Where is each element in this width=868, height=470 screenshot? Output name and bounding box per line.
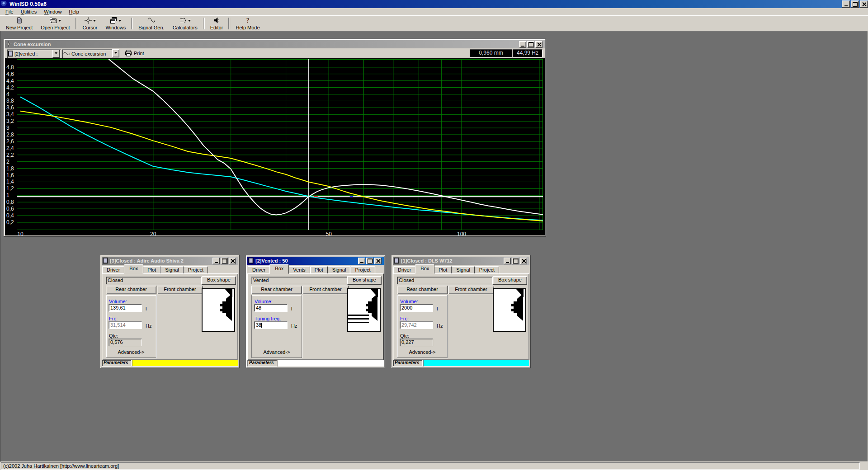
project-title-bar[interactable]: [1]Closed : DLS W712 <box>393 257 529 265</box>
advanced-button[interactable]: Advanced-> <box>106 349 156 355</box>
tab-project[interactable]: Project <box>184 266 208 274</box>
y-tick-label: 0,4 <box>6 212 17 219</box>
field-input-tuning-freq[interactable]: 38 <box>254 321 288 329</box>
project-selector-dropdown[interactable] <box>52 50 60 58</box>
close-icon <box>537 42 541 46</box>
toolbar-button-signal-gen[interactable]: Signal Gen. <box>134 16 168 31</box>
parameter-group: Volume:139,61lFrc:31,514HzQtc:0,576Advan… <box>106 295 156 358</box>
front-chamber-button[interactable]: Front chamber <box>157 286 203 294</box>
menu-help[interactable]: Help <box>65 9 83 15</box>
toolbar-button-help-mode[interactable]: ?Help Mode <box>231 16 264 31</box>
plot-type-dropdown[interactable] <box>112 49 119 57</box>
tab-signal[interactable]: Signal <box>160 266 184 274</box>
cone-excursion-title-bar[interactable]: Cone excursion <box>5 40 545 48</box>
field-label-qtc: Qtc: <box>400 333 409 338</box>
tab-plot[interactable]: Plot <box>143 266 160 274</box>
parameters-strip: Parameters <box>102 360 238 367</box>
parameters-tab[interactable]: Parameters <box>393 360 423 367</box>
plot-client-area: 4,84,64,44,243,83,63,43,232,82,62,42,221… <box>5 58 545 235</box>
tab-driver[interactable]: Driver <box>393 266 415 274</box>
app-title: WinISD 0.50a6 <box>9 1 47 7</box>
maximize-button[interactable] <box>851 0 859 8</box>
project-maximize-button[interactable] <box>366 258 373 264</box>
tab-signal[interactable]: Signal <box>452 266 475 274</box>
project-maximize-button[interactable] <box>512 258 519 264</box>
project-minimize-button[interactable] <box>358 258 365 264</box>
field-input-volume[interactable]: 2000 <box>400 304 433 312</box>
y-tick-label: 3,2 <box>6 118 17 124</box>
cone-excursion-window: Cone excursion [2]vented : Cone excursio… <box>4 39 546 237</box>
field-input-volume[interactable]: 139,61 <box>108 304 142 312</box>
tab-box[interactable]: Box <box>269 264 289 274</box>
tab-vents[interactable]: Vents <box>288 266 310 274</box>
toolbar-button-windows[interactable]: Windows <box>102 16 130 31</box>
plot-close-button[interactable] <box>535 41 542 48</box>
toolbar-button-editor[interactable]: Editor <box>206 16 227 31</box>
project-title-bar[interactable]: [2]Vented : 50 <box>247 257 384 265</box>
parameters-tab[interactable]: Parameters <box>247 360 277 367</box>
tab-project[interactable]: Project <box>475 266 499 274</box>
calculators-icon <box>179 17 187 24</box>
field-label-qtc: Qtc: <box>109 333 118 338</box>
minimize-icon <box>521 46 524 47</box>
tab-driver[interactable]: Driver <box>248 266 270 274</box>
advanced-button[interactable]: Advanced-> <box>252 349 302 355</box>
tab-box[interactable]: Box <box>124 264 143 274</box>
project-maximize-button[interactable] <box>221 258 228 264</box>
tab-plot[interactable]: Plot <box>310 266 328 274</box>
parameter-group: Volume:2000lFrc:29,742HzQtc:0,227Advance… <box>397 295 448 358</box>
project-minimize-button[interactable] <box>212 258 220 264</box>
windows-icon <box>110 17 117 25</box>
toolbar-button-new-project[interactable]: New Project <box>2 16 37 31</box>
box-shape-preview <box>202 288 235 332</box>
toolbar-button-calculators[interactable]: Calculators <box>169 16 202 31</box>
rear-chamber-button[interactable]: Rear chamber <box>251 286 302 294</box>
field-input-qtc[interactable]: 0,576 <box>108 338 142 346</box>
document-icon <box>248 258 254 264</box>
tab-driver[interactable]: Driver <box>102 266 124 274</box>
plot-type-selector[interactable]: Cone excursion <box>62 49 114 58</box>
parameters-tab[interactable]: Parameters <box>102 360 132 367</box>
menu-utilities[interactable]: Utilities <box>17 9 40 15</box>
box-shape-button[interactable]: Box shape <box>347 276 382 285</box>
field-input-volume[interactable]: 48 <box>254 304 288 312</box>
project-close-button[interactable] <box>229 258 236 264</box>
menu-window[interactable]: Window <box>40 9 65 15</box>
project-close-button[interactable] <box>374 258 382 264</box>
advanced-button[interactable]: Advanced-> <box>397 349 447 355</box>
tab-project[interactable]: Project <box>350 266 375 274</box>
plot-maximize-button[interactable] <box>527 41 534 48</box>
front-chamber-button[interactable]: Front chamber <box>302 286 349 294</box>
toolbar-button-cursor[interactable]: Cursor <box>79 16 102 31</box>
y-tick-label: 0,6 <box>6 206 17 212</box>
field-input-frc[interactable]: 29,742 <box>400 321 433 329</box>
toolbar-button-open-project[interactable]: Open Project <box>37 16 74 31</box>
rear-chamber-button[interactable]: Rear chamber <box>397 286 448 294</box>
menu-file[interactable]: File <box>2 9 17 15</box>
field-input-frc[interactable]: 31,514 <box>108 321 142 329</box>
y-tick-label: 3 <box>6 125 17 131</box>
field-unit: l <box>146 306 146 312</box>
close-button[interactable] <box>860 0 868 8</box>
minimize-button[interactable] <box>842 0 850 8</box>
project-close-button[interactable] <box>520 258 527 264</box>
tab-signal[interactable]: Signal <box>328 266 351 274</box>
maximize-icon <box>222 258 227 263</box>
front-chamber-button[interactable]: Front chamber <box>448 286 494 294</box>
box-shape-button[interactable]: Box shape <box>202 276 236 285</box>
cone-excursion-chart[interactable] <box>17 59 543 230</box>
chevron-down-icon[interactable] <box>58 20 61 23</box>
tab-plot[interactable]: Plot <box>434 266 452 274</box>
project-selector[interactable]: [2]vented : <box>7 49 61 58</box>
field-input-qtc[interactable]: 0,227 <box>400 338 433 346</box>
chevron-down-icon[interactable] <box>118 20 121 23</box>
box-shape-button[interactable]: Box shape <box>493 276 527 285</box>
chevron-down-icon[interactable] <box>93 20 96 23</box>
tab-box[interactable]: Box <box>415 264 434 274</box>
plot-minimize-button[interactable] <box>519 41 526 48</box>
chevron-down-icon[interactable] <box>188 20 191 23</box>
project-minimize-button[interactable] <box>504 258 511 264</box>
rear-chamber-button[interactable]: Rear chamber <box>106 286 156 294</box>
print-button[interactable]: Print <box>123 49 146 57</box>
project-title-bar[interactable]: [3]Closed : Adire Audio Shiva 2 <box>102 257 238 265</box>
